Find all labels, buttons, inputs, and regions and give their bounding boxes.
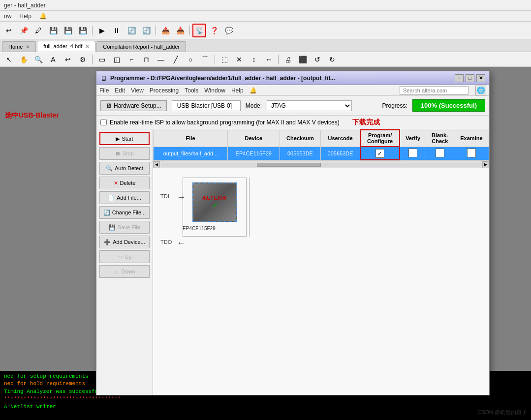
main-area: 选中USB-Blaster 🖥 Programmer - D:/FPGA/ver… bbox=[0, 67, 531, 420]
dialog-menu-file[interactable]: File bbox=[99, 87, 109, 94]
dialog-menu-notify[interactable]: 🔔 bbox=[250, 87, 257, 94]
up-button[interactable]: ↑↑ Up bbox=[99, 250, 150, 263]
secondary-btn-19[interactable]: 🖨 bbox=[281, 53, 295, 66]
toolbar-btn-pause[interactable]: ⏸ bbox=[110, 24, 124, 37]
dialog-search-btn[interactable]: 🌐 bbox=[475, 86, 486, 95]
cell-program[interactable] bbox=[360, 147, 400, 160]
secondary-btn-3[interactable]: 🔍 bbox=[31, 53, 45, 66]
secondary-btn-16[interactable]: ✕ bbox=[232, 53, 246, 66]
change-file-button[interactable]: 🔄 Change File... bbox=[99, 206, 150, 219]
secondary-btn-1[interactable]: ↖ bbox=[2, 53, 16, 66]
menu-ow[interactable]: ow bbox=[4, 13, 11, 20]
toolbar-btn-save1[interactable]: 💾 bbox=[46, 24, 60, 37]
secondary-btn-14[interactable]: ⌒ bbox=[198, 53, 212, 66]
toolbar-btn-play[interactable]: ▶ bbox=[95, 24, 109, 37]
scroll-left-arrow[interactable]: ◀ bbox=[153, 161, 160, 168]
dialog-body: ▶ Start ⏹ Stop 🔍 Auto Detect ✕ Delete 📄 bbox=[96, 129, 489, 395]
cell-examine[interactable] bbox=[454, 147, 489, 160]
scroll-right-arrow[interactable]: ▶ bbox=[482, 161, 489, 168]
hardware-bar: 🖥 Hardware Setup... USB-Blaster [USB-0] … bbox=[96, 96, 489, 116]
cell-verify[interactable] bbox=[400, 147, 426, 160]
table-row[interactable]: output_files/half_add... EP4CE115F29 005… bbox=[154, 147, 489, 160]
secondary-btn-17[interactable]: ↕ bbox=[247, 53, 261, 66]
secondary-btn-13[interactable]: ○ bbox=[184, 53, 197, 66]
add-file-button[interactable]: 📄 Add File... bbox=[99, 191, 150, 204]
program-checkbox[interactable] bbox=[375, 149, 384, 158]
secondary-btn-6[interactable]: ⚙ bbox=[76, 53, 90, 66]
delete-button[interactable]: ✕ Delete bbox=[99, 177, 150, 189]
stop-button[interactable]: ⏹ Stop bbox=[99, 147, 150, 160]
tab-bar: Home ✕ full_adder_4.bdf ✕ Compilation Re… bbox=[0, 39, 531, 52]
toolbar-btn-programmer[interactable]: 📡 bbox=[192, 24, 206, 37]
examine-checkbox[interactable] bbox=[467, 149, 476, 157]
blank-check-checkbox[interactable] bbox=[436, 149, 444, 157]
toolbar-btn-refresh2[interactable]: 🔄 bbox=[139, 24, 153, 37]
change-file-icon: 🔄 bbox=[103, 210, 110, 216]
secondary-btn-15[interactable]: ⬚ bbox=[218, 53, 231, 66]
window-title: ger - half_adder bbox=[4, 2, 46, 9]
toolbar-btn-help[interactable]: ❓ bbox=[207, 24, 221, 37]
secondary-btn-11[interactable]: — bbox=[154, 53, 168, 66]
secondary-btn-12[interactable]: ╱ bbox=[169, 53, 183, 66]
hardware-device-display: USB-Blaster [USB-0] bbox=[172, 100, 241, 111]
add-device-button[interactable]: ➕ Add Device... bbox=[99, 236, 150, 248]
toolbar-btn-undo[interactable]: ↩ bbox=[2, 24, 16, 37]
progress-display: 100% (Successful) bbox=[412, 99, 485, 112]
secondary-btn-9[interactable]: ⌐ bbox=[125, 53, 138, 66]
tab-full-adder[interactable]: full_adder_4.bdf ✕ bbox=[37, 41, 95, 52]
secondary-btn-2[interactable]: ✋ bbox=[17, 53, 31, 66]
toolbar-btn-pin[interactable]: 📌 bbox=[17, 24, 31, 37]
secondary-btn-21[interactable]: ↺ bbox=[311, 53, 324, 66]
dialog-close-btn[interactable]: ✕ bbox=[476, 74, 485, 82]
start-button[interactable]: ▶ Start bbox=[99, 132, 150, 145]
left-panel: ▶ Start ⏹ Stop 🔍 Auto Detect ✕ Delete 📄 bbox=[96, 129, 153, 395]
secondary-btn-8[interactable]: ◫ bbox=[110, 53, 124, 66]
cell-blank-check[interactable] bbox=[426, 147, 454, 160]
tab-full-adder-close[interactable]: ✕ bbox=[85, 44, 89, 49]
toolbar-btn-download[interactable]: 📥 bbox=[173, 24, 187, 37]
sep-sec-3 bbox=[278, 55, 279, 64]
scroll-thumb[interactable] bbox=[257, 163, 321, 167]
save-file-button[interactable]: 💾 Save File bbox=[99, 221, 150, 234]
mode-label: Mode: bbox=[246, 102, 262, 109]
isp-checkbox[interactable] bbox=[100, 119, 107, 125]
tab-home[interactable]: Home ✕ bbox=[2, 41, 36, 52]
secondary-btn-22[interactable]: ↻ bbox=[325, 53, 339, 66]
secondary-btn-5[interactable]: ↩ bbox=[61, 53, 75, 66]
auto-detect-button[interactable]: 🔍 Auto Detect bbox=[99, 162, 150, 175]
menu-notify[interactable]: 🔔 bbox=[39, 13, 47, 20]
toolbar-btn-chat[interactable]: 💬 bbox=[222, 24, 236, 37]
dialog-minimize-btn[interactable]: − bbox=[455, 74, 464, 82]
toolbar-btn-edit[interactable]: 🖊 bbox=[31, 24, 45, 37]
dialog-menu-edit[interactable]: Edit bbox=[115, 87, 125, 94]
secondary-btn-20[interactable]: ⬛ bbox=[296, 53, 310, 66]
hardware-setup-button[interactable]: 🖥 Hardware Setup... bbox=[100, 100, 167, 111]
tab-compilation[interactable]: Compilation Report - half_adder bbox=[96, 41, 186, 52]
secondary-btn-7[interactable]: ▭ bbox=[95, 53, 109, 66]
toolbar-btn-save2[interactable]: 💾 bbox=[61, 24, 75, 37]
tab-home-close[interactable]: ✕ bbox=[26, 44, 30, 50]
toolbar-btn-upload[interactable]: 📤 bbox=[158, 24, 172, 37]
dialog-menu-tools[interactable]: Tools bbox=[185, 87, 198, 94]
secondary-btn-10[interactable]: ⊓ bbox=[139, 53, 153, 66]
dialog-menu-help[interactable]: Help bbox=[231, 87, 244, 94]
tdo-label: TDO bbox=[160, 239, 172, 245]
dialog-restore-btn[interactable]: □ bbox=[466, 74, 474, 82]
horizontal-scrollbar[interactable]: ◀ ▶ bbox=[153, 161, 489, 168]
secondary-btn-18[interactable]: ↔ bbox=[262, 53, 276, 66]
cell-file: output_files/half_add... bbox=[154, 147, 228, 160]
mode-select[interactable]: JTAG Active Serial Programming Passive S… bbox=[267, 100, 352, 111]
scroll-track[interactable] bbox=[161, 163, 481, 167]
dialog-menu-window[interactable]: Window bbox=[204, 87, 225, 94]
down-button[interactable]: ↓↓ Down bbox=[99, 265, 150, 278]
dialog-menu-view[interactable]: View bbox=[131, 87, 144, 94]
verify-checkbox[interactable] bbox=[408, 149, 417, 157]
start-icon: ▶ bbox=[116, 136, 120, 142]
dialog-search-input[interactable] bbox=[400, 86, 469, 95]
stop-icon: ⏹ bbox=[115, 150, 121, 156]
menu-help[interactable]: Help bbox=[19, 13, 31, 20]
toolbar-btn-save3[interactable]: 💾 bbox=[76, 24, 90, 37]
toolbar-btn-refresh1[interactable]: 🔄 bbox=[125, 24, 138, 37]
dialog-menu-processing[interactable]: Processing bbox=[150, 87, 179, 94]
secondary-btn-A[interactable]: A bbox=[46, 53, 60, 66]
